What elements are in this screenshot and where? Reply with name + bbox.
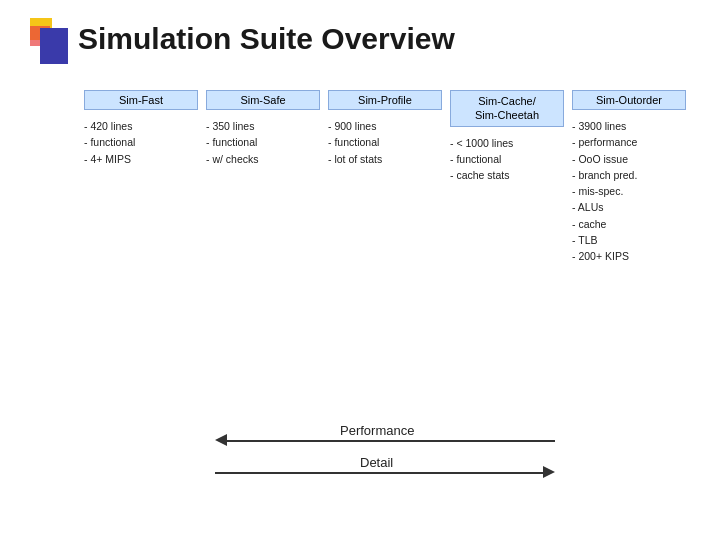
sim-profile-column: Sim-Profile - 900 lines - functional - l… (324, 90, 446, 264)
sim-profile-details: - 900 lines - functional - lot of stats (328, 118, 442, 167)
sim-cache-details: - < 1000 lines - functional - cache stat… (450, 135, 564, 184)
sim-outorder-column: Sim-Outorder - 3900 lines - performance … (568, 90, 690, 264)
sim-safe-details: - 350 lines - functional - w/ checks (206, 118, 320, 167)
simulators-row: Sim-Fast - 420 lines - functional - 4+ M… (80, 90, 690, 264)
arrows-container: Performance Detail (80, 426, 690, 488)
performance-label: Performance (340, 423, 414, 438)
sim-safe-box: Sim-Safe (206, 90, 320, 110)
sim-fast-details: - 420 lines - functional - 4+ MIPS (84, 118, 198, 167)
page-title: Simulation Suite Overview (78, 22, 455, 56)
logo-decoration (30, 18, 68, 66)
sim-fast-box: Sim-Fast (84, 90, 198, 110)
sim-cache-column: Sim-Cache/Sim-Cheetah - < 1000 lines - f… (446, 90, 568, 264)
sim-safe-column: Sim-Safe - 350 lines - functional - w/ c… (202, 90, 324, 264)
sim-cache-box: Sim-Cache/Sim-Cheetah (450, 90, 564, 127)
detail-arrow-row: Detail (80, 458, 690, 488)
sim-fast-column: Sim-Fast - 420 lines - functional - 4+ M… (80, 90, 202, 264)
performance-arrow-row: Performance (80, 426, 690, 456)
sim-profile-box: Sim-Profile (328, 90, 442, 110)
sim-outorder-box: Sim-Outorder (572, 90, 686, 110)
sim-outorder-details: - 3900 lines - performance - OoO issue -… (572, 118, 686, 264)
detail-label: Detail (360, 455, 393, 470)
